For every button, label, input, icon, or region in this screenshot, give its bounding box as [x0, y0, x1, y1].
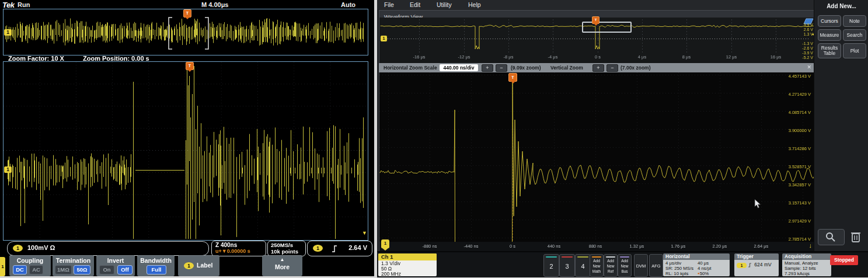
- close-zoom-icon[interactable]: ✕: [807, 64, 811, 70]
- invert-button[interactable]: Invert On Off: [96, 255, 135, 276]
- side-button-cursors[interactable]: Cursors: [818, 15, 841, 27]
- label-button-text: Label: [197, 262, 212, 269]
- label-button[interactable]: 1 Label: [178, 255, 219, 276]
- side-button-results-table[interactable]: Results Table: [818, 43, 841, 58]
- overview-x-tick: 8 μs: [682, 54, 691, 60]
- channel-1-name: Ch 1: [378, 253, 437, 260]
- overview-x-tick: -8 μs: [504, 54, 514, 60]
- overview-x-tick: -12 μs: [458, 54, 470, 60]
- termination-50ohm-option[interactable]: 50Ω: [74, 265, 90, 274]
- button-label-line: Add: [604, 259, 617, 263]
- trash-button[interactable]: [848, 229, 863, 244]
- horizontal-zoom-scale-value[interactable]: 440.00 ns/div: [440, 64, 478, 71]
- channel-1-marker: 1: [4, 166, 12, 173]
- button-label: DVM: [635, 263, 647, 269]
- trigger-readout-box[interactable]: 1 2.64 V: [307, 241, 372, 256]
- termination-label: Termination: [53, 257, 94, 264]
- trigger-position-flag[interactable]: T: [592, 16, 599, 24]
- invert-off-option[interactable]: Off: [117, 265, 133, 274]
- vertical-zoom-label: Vertical Zoom: [550, 65, 583, 71]
- trigger-position-flag[interactable]: T: [186, 62, 194, 70]
- menu-item-utility[interactable]: Utility: [437, 1, 452, 8]
- horizontal-resolution: 4 ns/pt: [698, 266, 711, 271]
- channel-readout-bar[interactable]: 1 100mV Ω: [7, 241, 209, 256]
- zoom-plot[interactable]: T 4.457143 V4.271429 V4.085714 V3.900000…: [379, 72, 816, 242]
- zoom-waveform-window[interactable]: 1 T ▼: [3, 61, 368, 241]
- button-label-line: Math: [590, 269, 603, 273]
- overview-x-tick: 16 μs: [771, 54, 782, 60]
- channel-1-settings-badge[interactable]: Ch 1 1.3 V/div 50 Ω 200 MHz: [378, 253, 437, 276]
- horizontal-settings-badge[interactable]: Horizontal 4 μs/div40 μs SR: 250 MS/s4 n…: [663, 253, 730, 276]
- more-button[interactable]: ▲ More: [262, 255, 302, 276]
- trigger-settings-badge[interactable]: Trigger 1 624 mV: [734, 253, 779, 276]
- overview-y-tick: -5.2 V: [802, 55, 813, 60]
- bandwidth-button[interactable]: Bandwidth Full: [137, 255, 175, 276]
- zoom-tool-button[interactable]: [818, 229, 845, 245]
- trigger-position-flag[interactable]: T: [508, 73, 517, 82]
- v-zoom-increase-button[interactable]: +: [592, 64, 604, 72]
- add-new-bus-button[interactable]: AddNewBus: [618, 254, 632, 277]
- side-button-note[interactable]: Note: [843, 15, 866, 27]
- side-button-plot[interactable]: Plot: [843, 43, 866, 58]
- side-button-measure[interactable]: Measure: [818, 29, 841, 41]
- menu-item-file[interactable]: File: [384, 1, 394, 8]
- add-new-math-button[interactable]: AddNewMath: [590, 254, 604, 277]
- channel-1-bandwidth: 200 MHz: [378, 272, 437, 276]
- coupling-button[interactable]: Coupling DC AC: [9, 255, 51, 276]
- overview-x-tick: 12 μs: [726, 54, 737, 60]
- overview-waveform-window[interactable]: 1 T: [3, 9, 368, 55]
- button-label-line: New: [604, 264, 617, 268]
- sample-rate-readout-box: 250MS/s 10k points: [267, 241, 306, 256]
- button-color-bar: [592, 256, 601, 258]
- horizontal-record-length: RL: 10 kpts: [665, 271, 698, 276]
- zoom-x-tick: 1.32 μs: [630, 244, 644, 249]
- acquisition-analyze: Analyze: [802, 260, 818, 266]
- invert-on-option[interactable]: On: [99, 265, 114, 274]
- channel-1-badge: 1: [13, 245, 23, 252]
- channel-4-button[interactable]: 4: [575, 254, 591, 277]
- add-new-ref-button[interactable]: AddNewRef: [604, 254, 618, 277]
- v-zoom-decrease-button[interactable]: −: [606, 64, 618, 72]
- overview-plot[interactable]: T 1 ◀ -16 μs-12 μs-8 μs-4 μs0 s4 μs8 μs1…: [379, 18, 816, 63]
- zoom-scale-readout-box[interactable]: Z 400ns u+▼0.00000 s: [211, 241, 266, 256]
- button-color-bar: [620, 256, 629, 258]
- button-label-line: Ref: [604, 269, 617, 273]
- zoom-scale-bar: Horizontal Zoom Scale 440.00 ns/div + − …: [379, 63, 815, 72]
- coupling-dc-option[interactable]: DC: [13, 265, 27, 274]
- add-new-title: Add New...: [814, 3, 868, 9]
- termination-1mohm-option[interactable]: 1MΩ: [55, 265, 72, 274]
- horizontal-title: Horizontal: [663, 253, 730, 260]
- bandwidth-full-option[interactable]: Full: [147, 265, 166, 274]
- channel-menu-tab[interactable]: 1: [0, 257, 5, 276]
- coupling-ac-option[interactable]: AC: [29, 265, 43, 274]
- acquisition-count: 7.293 kAcqs: [785, 271, 810, 276]
- acquisition-settings-badge[interactable]: Acquisition Manual, Analyze Sample: 12 b…: [782, 253, 831, 276]
- button-label-line: Add: [618, 259, 631, 263]
- zoom-x-tick: 440 ns: [548, 244, 561, 249]
- afg-button[interactable]: AFG: [649, 254, 663, 277]
- trigger-source-badge: 1: [313, 245, 323, 252]
- horizontal-scale-readout: M 4.00μs: [201, 1, 228, 8]
- magnifier-icon: [825, 231, 836, 243]
- channel-2-button[interactable]: 2: [543, 254, 559, 277]
- button-label-line: New: [590, 264, 603, 268]
- menu-item-help[interactable]: Help: [468, 1, 481, 8]
- channel-1-badge: 1: [184, 262, 194, 269]
- channel-3-button[interactable]: 3: [559, 254, 575, 277]
- channel-1-marker: 1: [381, 36, 387, 41]
- stopped-status-button[interactable]: Stopped: [830, 255, 858, 265]
- sample-rate-value: 250MS/s: [271, 242, 293, 248]
- h-zoom-decrease-button[interactable]: −: [496, 64, 507, 72]
- acquisition-status: Run: [18, 1, 30, 8]
- button-color-bar: [606, 256, 615, 258]
- side-button-search[interactable]: Search: [843, 29, 866, 41]
- h-zoom-increase-button[interactable]: +: [482, 64, 493, 72]
- channel-color-bar: [546, 256, 557, 258]
- trigger-position-flag[interactable]: T: [183, 9, 191, 18]
- channel-1-axis-badge[interactable]: 1: [381, 239, 389, 248]
- menu-item-edit[interactable]: Edit: [410, 1, 420, 8]
- dvm-button[interactable]: DVM: [634, 254, 648, 277]
- menu-bar: FileEditUtilityHelp: [377, 0, 814, 9]
- termination-button[interactable]: Termination 1MΩ 50Ω: [53, 255, 94, 276]
- zoom-window-box[interactable]: [582, 22, 632, 33]
